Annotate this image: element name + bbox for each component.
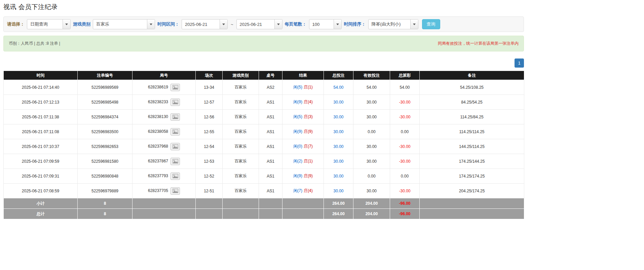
chevron-down-icon: [277, 24, 280, 25]
page-size-value: 100: [309, 20, 334, 29]
column-header-table-no: 桌号: [259, 71, 282, 80]
table-row: 2025-06-21 07:11:38522596984374628238130…: [4, 110, 524, 124]
subtotal-row-cell-note: [420, 198, 524, 209]
date-to-caret-button[interactable]: [274, 20, 282, 29]
round-image-button[interactable]: [171, 143, 180, 150]
round-number: 628238130: [148, 114, 168, 119]
page-size-label: 每页笔数：: [285, 21, 307, 27]
total-bet-link[interactable]: 30.00: [333, 174, 343, 179]
result-player: 闲(9): [293, 100, 302, 104]
cell-result: 闲(5)庄(3): [282, 110, 324, 124]
cell-result: 闲(7)庄(4): [282, 184, 324, 198]
pagination-page-1-button[interactable]: 1: [515, 59, 524, 68]
round-number: 628237968: [148, 144, 168, 149]
date-from-caret-button[interactable]: [220, 20, 227, 29]
cell-round: 628238233: [132, 95, 196, 110]
page-size-dropdown[interactable]: 100: [309, 19, 342, 29]
search-button[interactable]: 查询: [422, 19, 440, 29]
cell-payout: -30.00: [390, 154, 420, 169]
cell-note: 84.25/54.25: [420, 95, 524, 110]
cell-note: 144.25/114.25: [420, 139, 524, 154]
cell-table-no: AS2: [259, 80, 282, 95]
column-header-round: 局号: [132, 71, 196, 80]
cell-valid-bet: 30.00: [353, 154, 390, 169]
result-player: 闲(7): [293, 188, 302, 193]
total-bet-link[interactable]: 30.00: [333, 129, 343, 134]
cell-total-bet: 30.00: [324, 110, 353, 124]
picture-icon: [173, 144, 178, 149]
cell-note: 114.25/114.25: [420, 124, 524, 139]
cell-total-bet: 30.00: [324, 95, 353, 110]
cell-game-type: 百家乐: [223, 154, 259, 169]
column-header-time: 时间: [4, 71, 78, 80]
page-size-caret-button[interactable]: [334, 20, 341, 29]
round-image-button[interactable]: [171, 187, 180, 195]
cell-bet-id: 522596984374: [78, 110, 132, 124]
total-bet-link[interactable]: 30.00: [333, 189, 343, 193]
picture-icon: [173, 115, 178, 119]
cell-session: 13-34: [196, 80, 223, 95]
subtotal-row-cell-session: [196, 198, 223, 209]
cell-time: 2025-06-21 07:08:59: [4, 184, 78, 198]
total-bet-link[interactable]: 54.00: [333, 85, 343, 90]
total-bet-link[interactable]: 30.00: [333, 100, 343, 105]
cell-bet-id: 522596980848: [78, 169, 132, 184]
picture-icon: [173, 100, 178, 104]
summary-bar: 币别：人民币 | 总共 :8 注单 | 同局有效投注，统一计算在该局第一张注单内: [3, 36, 524, 51]
cell-time: 2025-06-21 07:11:08: [4, 124, 78, 139]
cell-time: 2025-06-21 07:11:38: [4, 110, 78, 124]
cell-game-type: 百家乐: [223, 184, 259, 198]
query-type-caret-button[interactable]: [63, 20, 70, 29]
date-to-dropdown[interactable]: 2025-06-21: [236, 19, 282, 29]
total-row-cell-round: [132, 209, 196, 219]
round-image-button[interactable]: [171, 158, 180, 165]
total-bet-link[interactable]: 30.00: [333, 144, 343, 149]
picture-icon: [173, 174, 178, 178]
cell-game-type: 百家乐: [223, 80, 259, 95]
total-row-cell-payout: -96.00: [390, 209, 420, 219]
round-image-button[interactable]: [171, 172, 180, 180]
picture-icon: [173, 159, 178, 163]
query-type-dropdown[interactable]: 日期查询: [27, 19, 71, 29]
sort-caret-button[interactable]: [410, 20, 418, 29]
payout-value: -30.00: [399, 189, 410, 193]
total-bet-link[interactable]: 30.00: [333, 159, 343, 164]
payout-value: 54.00: [400, 85, 410, 90]
total-bet-link[interactable]: 30.00: [333, 115, 343, 119]
cell-bet-id: 522596985498: [78, 95, 132, 110]
total-row-cell-time: 总计: [4, 209, 78, 219]
cell-round: 628237867: [132, 154, 196, 169]
time-range-label: 时间区间：: [157, 21, 179, 27]
game-type-dropdown[interactable]: 百家乐: [93, 19, 155, 29]
cell-note: 174.25/144.25: [420, 154, 524, 169]
chevron-down-icon: [65, 24, 68, 25]
round-image-button[interactable]: [171, 113, 180, 121]
cell-round: 628238619: [132, 80, 196, 95]
column-header-valid-bet: 有效投注: [353, 71, 390, 80]
cell-session: 12-54: [196, 139, 223, 154]
cell-result: 闲(5)庄(1): [282, 80, 324, 95]
cell-total-bet: 30.00: [324, 124, 353, 139]
table-row: 2025-06-21 07:14:40522596989569628238619…: [4, 80, 524, 95]
payout-value: -30.00: [399, 144, 410, 149]
round-image-button[interactable]: [171, 128, 180, 136]
date-range-separator: ~: [230, 22, 234, 27]
cell-valid-bet: 0.00: [353, 169, 390, 184]
sort-dropdown[interactable]: 降幂(由大到小): [368, 19, 418, 29]
game-type-label: 游戏类别: [73, 21, 90, 27]
page-title: 视讯 会员下注纪录: [3, 3, 524, 11]
table-header-row: 时间注单编号局号场次游戏类别桌号结果总投注有效投注总派彩备注: [4, 71, 524, 80]
game-type-caret-button[interactable]: [147, 20, 155, 29]
round-image-button[interactable]: [171, 99, 180, 106]
cell-valid-bet: 30.00: [353, 184, 390, 198]
cell-payout: -30.00: [390, 139, 420, 154]
cell-note: 114.25/84.25: [420, 110, 524, 124]
summary-currency-count: 币别：人民币 | 总共 :8 注单 |: [9, 41, 60, 46]
round-image-button[interactable]: [171, 84, 180, 91]
subtotal-row-cell-game-type: [223, 198, 259, 209]
column-header-session: 场次: [196, 71, 223, 80]
date-from-dropdown[interactable]: 2025-06-21: [182, 19, 228, 29]
cell-note: 204.25/174.25: [420, 184, 524, 198]
select-label: 请选择：: [7, 21, 25, 27]
table-row: 2025-06-21 07:08:59522596979889628237705…: [4, 184, 524, 198]
